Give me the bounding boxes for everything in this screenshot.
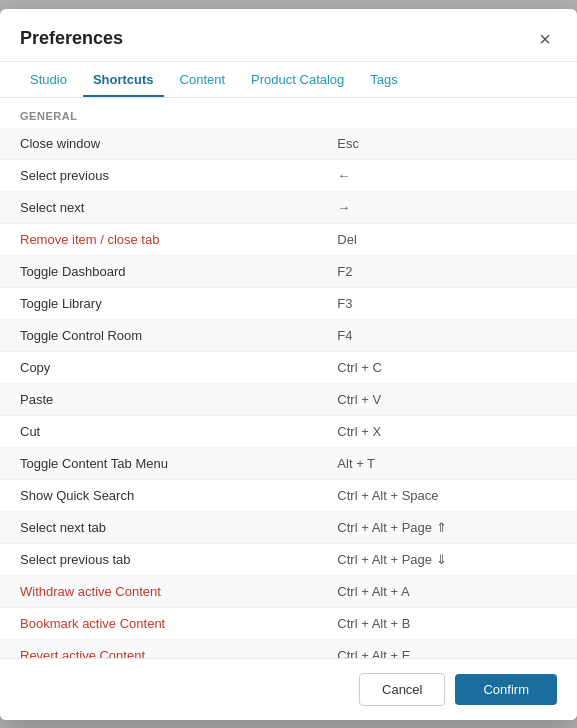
shortcut-name: Select next tab [0, 511, 317, 543]
table-row: Show Quick SearchCtrl + Alt + Space [0, 479, 577, 511]
table-row: Select next→ [0, 191, 577, 223]
shortcut-name: Show Quick Search [0, 479, 317, 511]
shortcut-name: Paste [0, 383, 317, 415]
tabs-bar: StudioShortcutsContentProduct CatalogTag… [0, 62, 577, 98]
shortcut-name: Bookmark active Content [0, 607, 317, 639]
tab-tags[interactable]: Tags [360, 62, 407, 97]
shortcut-key: F3 [317, 287, 577, 319]
close-button[interactable]: × [533, 27, 557, 51]
shortcut-key: Ctrl + C [317, 351, 577, 383]
shortcut-name: Revert active Content [0, 639, 317, 658]
tab-shortcuts[interactable]: Shortcuts [83, 62, 164, 97]
shortcut-key: F4 [317, 319, 577, 351]
shortcut-key: F2 [317, 255, 577, 287]
table-row: CutCtrl + X [0, 415, 577, 447]
tab-studio[interactable]: Studio [20, 62, 77, 97]
table-row: Select previous tabCtrl + Alt + Page ⇓ [0, 543, 577, 575]
table-row: Toggle LibraryF3 [0, 287, 577, 319]
table-row: Revert active ContentCtrl + Alt + E [0, 639, 577, 658]
shortcut-name: Toggle Content Tab Menu [0, 447, 317, 479]
shortcut-name: Close window [0, 128, 317, 160]
table-row: Toggle DashboardF2 [0, 255, 577, 287]
content-area: GENERAL Close windowEscSelect previous←S… [0, 98, 577, 658]
shortcut-key: Ctrl + Alt + B [317, 607, 577, 639]
preferences-dialog: Preferences × StudioShortcutsContentProd… [0, 9, 577, 720]
shortcut-name: Toggle Dashboard [0, 255, 317, 287]
table-row: Select next tabCtrl + Alt + Page ⇑ [0, 511, 577, 543]
shortcut-key: → [317, 191, 577, 223]
shortcut-name: Select next [0, 191, 317, 223]
shortcut-name: Withdraw active Content [0, 575, 317, 607]
shortcuts-table: Close windowEscSelect previous←Select ne… [0, 128, 577, 658]
table-row: Toggle Control RoomF4 [0, 319, 577, 351]
table-row: Remove item / close tabDel [0, 223, 577, 255]
shortcut-name: Select previous [0, 159, 317, 191]
shortcut-key: Del [317, 223, 577, 255]
shortcut-name: Toggle Control Room [0, 319, 317, 351]
dialog-title: Preferences [20, 28, 123, 49]
shortcut-name: Select previous tab [0, 543, 317, 575]
section-label: GENERAL [0, 98, 577, 128]
shortcut-name: Copy [0, 351, 317, 383]
shortcut-key: Ctrl + Alt + E [317, 639, 577, 658]
table-row: Bookmark active ContentCtrl + Alt + B [0, 607, 577, 639]
dialog-header: Preferences × [0, 9, 577, 62]
shortcut-name: Toggle Library [0, 287, 317, 319]
tab-content[interactable]: Content [170, 62, 236, 97]
shortcut-key: Ctrl + Alt + A [317, 575, 577, 607]
confirm-button[interactable]: Confirm [455, 674, 557, 705]
shortcut-key: Esc [317, 128, 577, 160]
shortcut-key: Ctrl + X [317, 415, 577, 447]
shortcut-key: Ctrl + V [317, 383, 577, 415]
shortcut-name: Cut [0, 415, 317, 447]
table-row: Select previous← [0, 159, 577, 191]
table-row: CopyCtrl + C [0, 351, 577, 383]
shortcut-key: Ctrl + Alt + Page ⇓ [317, 543, 577, 575]
shortcut-name: Remove item / close tab [0, 223, 317, 255]
shortcut-key: Alt + T [317, 447, 577, 479]
table-row: Toggle Content Tab MenuAlt + T [0, 447, 577, 479]
cancel-button[interactable]: Cancel [359, 673, 445, 706]
tab-product-catalog[interactable]: Product Catalog [241, 62, 354, 97]
table-row: Withdraw active ContentCtrl + Alt + A [0, 575, 577, 607]
shortcut-key: Ctrl + Alt + Page ⇑ [317, 511, 577, 543]
shortcut-key: Ctrl + Alt + Space [317, 479, 577, 511]
table-row: PasteCtrl + V [0, 383, 577, 415]
table-row: Close windowEsc [0, 128, 577, 160]
shortcut-key: ← [317, 159, 577, 191]
dialog-footer: Cancel Confirm [0, 658, 577, 720]
